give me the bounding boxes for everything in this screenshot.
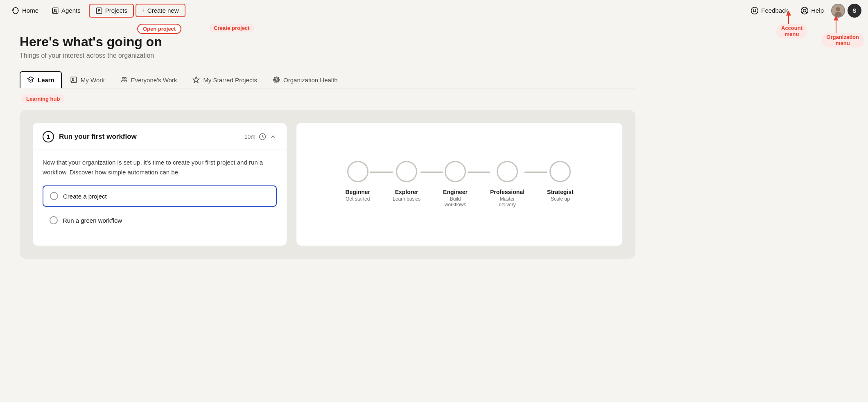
everyones-work-tab-label: Everyone's Work bbox=[131, 77, 177, 84]
agents-icon bbox=[52, 7, 59, 14]
projects-icon bbox=[95, 7, 103, 14]
progress-node-engineer: Engineer Buildworkflows bbox=[443, 161, 468, 208]
svg-point-5 bbox=[755, 9, 756, 10]
svg-point-25 bbox=[278, 79, 280, 81]
create-new-nav-item[interactable]: + Create new bbox=[136, 4, 185, 17]
my-work-tab-label: My Work bbox=[81, 77, 105, 84]
progress-card: Beginner Get started Explorer Learn basi… bbox=[296, 123, 622, 246]
svg-point-7 bbox=[803, 9, 806, 12]
home-nav-item[interactable]: Home bbox=[7, 4, 43, 17]
svg-line-8 bbox=[802, 8, 803, 9]
svg-point-17 bbox=[72, 78, 73, 79]
learning-section: 1 Run your first workflow 10m bbox=[20, 110, 635, 259]
progress-nodes-row: Beginner Get started Explorer Learn basi… bbox=[345, 161, 573, 208]
organization-avatar[interactable]: S bbox=[848, 4, 861, 18]
engineer-label: Engineer Buildworkflows bbox=[443, 189, 468, 208]
tab-org-health[interactable]: Organization Health bbox=[265, 71, 345, 88]
learn-tab-icon bbox=[27, 76, 34, 84]
svg-point-26 bbox=[274, 77, 275, 79]
help-button[interactable]: Help bbox=[796, 4, 829, 17]
svg-point-18 bbox=[122, 77, 124, 79]
tabs-wrapper: Learn My Work bbox=[20, 71, 635, 88]
beginner-circle bbox=[347, 161, 368, 182]
feedback-icon bbox=[750, 7, 759, 15]
page-subtitle: Things of your interest across the organ… bbox=[20, 52, 635, 59]
svg-point-29 bbox=[274, 81, 275, 82]
clock-icon bbox=[259, 133, 266, 140]
svg-point-21 bbox=[276, 79, 278, 81]
explorer-circle bbox=[396, 161, 417, 182]
strategist-label: Strategist Scale up bbox=[547, 189, 574, 202]
strategist-circle bbox=[549, 161, 571, 182]
mywork-tab-icon bbox=[70, 76, 77, 84]
org-letter: S bbox=[852, 7, 856, 14]
svg-point-1 bbox=[54, 9, 57, 11]
account-arrow bbox=[780, 9, 797, 25]
task-run-label: Run a green workflow bbox=[63, 217, 122, 224]
org-health-tab-label: Organization Health bbox=[283, 77, 338, 84]
svg-point-3 bbox=[751, 7, 758, 14]
create-new-label: + Create new bbox=[142, 7, 179, 14]
task-run-workflow[interactable]: Run a green workflow bbox=[43, 210, 277, 230]
connector-1 bbox=[370, 172, 393, 173]
org-health-tab-icon bbox=[273, 76, 280, 84]
home-icon bbox=[11, 7, 20, 15]
progress-node-beginner: Beginner Get started bbox=[345, 161, 370, 202]
progress-node-professional: Professional Masterdelivery bbox=[490, 161, 524, 208]
svg-point-24 bbox=[274, 79, 275, 81]
projects-nav-item[interactable]: Projects bbox=[89, 4, 134, 18]
svg-point-22 bbox=[276, 77, 277, 78]
engineer-circle bbox=[445, 161, 466, 182]
agents-label: Agents bbox=[61, 7, 81, 14]
svg-line-10 bbox=[806, 8, 807, 9]
task-create-radio[interactable] bbox=[50, 192, 58, 200]
help-label: Help bbox=[811, 7, 824, 14]
create-project-annotation: Create project bbox=[209, 24, 254, 32]
svg-point-23 bbox=[276, 82, 277, 83]
workflow-header: 1 Run your first workflow 10m bbox=[33, 123, 287, 149]
workflow-meta: 10m bbox=[244, 133, 277, 140]
account-menu-annotation: Accountmenu bbox=[776, 24, 807, 38]
main-content: Here's what's going on Things of your in… bbox=[0, 21, 655, 259]
explorer-label: Explorer Learn basics bbox=[393, 189, 420, 202]
tab-my-work[interactable]: My Work bbox=[63, 71, 112, 88]
connector-4 bbox=[524, 172, 547, 173]
everyones-tab-icon bbox=[120, 76, 128, 84]
help-icon bbox=[800, 7, 809, 15]
org-menu-annotation: Organizationmenu bbox=[822, 33, 864, 47]
learning-hub-annotation: Learning hub bbox=[21, 95, 65, 103]
svg-point-27 bbox=[278, 81, 279, 82]
workflow-duration: 10m bbox=[244, 133, 255, 140]
learning-hub-label: Learning hub bbox=[21, 95, 65, 103]
workflow-body: Now that your organization is set up, it… bbox=[33, 149, 287, 242]
chevron-up-icon[interactable] bbox=[269, 133, 277, 140]
professional-circle bbox=[497, 161, 518, 182]
tab-everyones-work[interactable]: Everyone's Work bbox=[113, 71, 185, 88]
svg-point-28 bbox=[278, 77, 279, 79]
tab-learn[interactable]: Learn bbox=[20, 71, 62, 88]
workflow-description: Now that your organization is set up, it… bbox=[43, 158, 277, 177]
svg-point-19 bbox=[124, 77, 127, 79]
open-project-label: Open project bbox=[137, 24, 181, 34]
professional-label: Professional Masterdelivery bbox=[490, 189, 524, 208]
svg-point-4 bbox=[753, 9, 754, 10]
nav-right-section: Feedback Help bbox=[746, 4, 861, 18]
connector-3 bbox=[468, 172, 490, 173]
beginner-label: Beginner Get started bbox=[345, 189, 370, 202]
svg-marker-20 bbox=[193, 77, 199, 83]
progress-node-explorer: Explorer Learn basics bbox=[393, 161, 420, 202]
agents-nav-item[interactable]: Agents bbox=[45, 4, 87, 18]
task-create-project[interactable]: Create a project bbox=[43, 185, 277, 207]
workflow-card: 1 Run your first workflow 10m bbox=[33, 123, 287, 246]
workflow-title-row: 1 Run your first workflow bbox=[43, 131, 137, 142]
open-project-annotation: Open project bbox=[137, 24, 181, 34]
account-menu-label: Accountmenu bbox=[776, 24, 807, 38]
tab-starred[interactable]: My Starred Projects bbox=[185, 71, 264, 88]
task-run-radio[interactable] bbox=[50, 216, 58, 224]
org-arrow bbox=[828, 15, 844, 35]
create-project-label: Create project bbox=[209, 24, 254, 32]
learn-tab-label: Learn bbox=[38, 77, 54, 84]
home-label: Home bbox=[22, 7, 38, 14]
progress-node-strategist: Strategist Scale up bbox=[547, 161, 574, 202]
svg-line-11 bbox=[802, 12, 803, 13]
